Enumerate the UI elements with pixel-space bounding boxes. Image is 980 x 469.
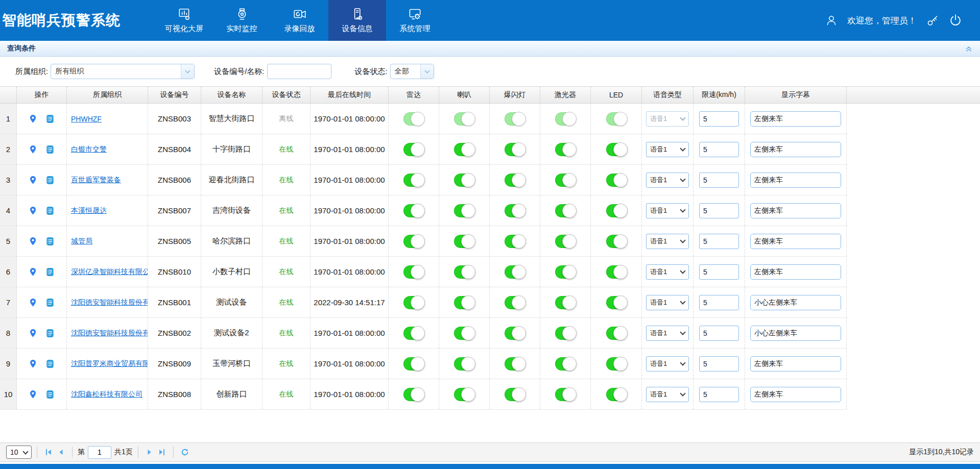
- location-pin-icon[interactable]: [28, 389, 38, 400]
- page-number-input[interactable]: [88, 446, 111, 459]
- led-toggle[interactable]: [606, 388, 627, 401]
- subtitle-input[interactable]: [750, 142, 841, 157]
- speed-limit-input[interactable]: [699, 387, 739, 402]
- org-link[interactable]: 本溪恒晟达: [71, 206, 107, 215]
- detail-list-icon[interactable]: [45, 236, 55, 247]
- laser-toggle[interactable]: [555, 112, 576, 126]
- radar-toggle[interactable]: [403, 204, 424, 217]
- subtitle-input[interactable]: [750, 234, 841, 249]
- laser-toggle[interactable]: [555, 388, 576, 401]
- strobe-toggle[interactable]: [505, 143, 525, 156]
- voice-type-select[interactable]: 语音1: [646, 203, 689, 218]
- nav-tab-playback[interactable]: 录像回放: [271, 0, 328, 41]
- location-pin-icon[interactable]: [28, 236, 38, 247]
- subtitle-input[interactable]: [750, 264, 841, 280]
- subtitle-input[interactable]: [750, 172, 841, 188]
- strobe-toggle[interactable]: [505, 388, 525, 401]
- speed-limit-input[interactable]: [699, 356, 739, 372]
- org-link[interactable]: 沈阳德安智能科技股份有: [71, 298, 148, 307]
- laser-toggle[interactable]: [555, 143, 576, 156]
- org-link[interactable]: 沈阳普罗米商业贸易有限: [71, 359, 148, 368]
- org-link[interactable]: 沈阳鑫松科技有限公司: [71, 390, 142, 399]
- detail-list-icon[interactable]: [45, 113, 55, 125]
- laser-toggle[interactable]: [555, 296, 576, 309]
- speed-limit-input[interactable]: [699, 295, 739, 310]
- org-link[interactable]: PHWHZF: [71, 115, 102, 123]
- led-toggle[interactable]: [606, 143, 627, 156]
- speed-limit-input[interactable]: [699, 111, 739, 127]
- strobe-toggle[interactable]: [505, 174, 525, 187]
- laser-toggle[interactable]: [555, 357, 576, 371]
- location-pin-icon[interactable]: [28, 144, 38, 155]
- speed-limit-input[interactable]: [699, 264, 739, 280]
- voice-type-select[interactable]: 语音1: [646, 326, 689, 341]
- location-pin-icon[interactable]: [28, 358, 38, 369]
- horn-toggle[interactable]: [454, 296, 474, 309]
- strobe-toggle[interactable]: [505, 296, 525, 309]
- voice-type-select[interactable]: 语音1: [646, 172, 689, 188]
- led-toggle[interactable]: [606, 265, 627, 279]
- detail-list-icon[interactable]: [45, 328, 55, 339]
- laser-toggle[interactable]: [555, 174, 576, 187]
- strobe-toggle[interactable]: [505, 357, 525, 371]
- laser-toggle[interactable]: [555, 235, 576, 248]
- led-toggle[interactable]: [606, 296, 627, 309]
- detail-list-icon[interactable]: [45, 175, 55, 186]
- radar-toggle[interactable]: [403, 327, 424, 340]
- radar-toggle[interactable]: [403, 112, 424, 126]
- horn-toggle[interactable]: [454, 327, 474, 340]
- subtitle-input[interactable]: [750, 387, 841, 402]
- page-size-select[interactable]: 10: [6, 446, 32, 459]
- location-pin-icon[interactable]: [28, 113, 38, 125]
- power-icon[interactable]: [948, 13, 963, 28]
- next-page-icon[interactable]: [144, 446, 156, 458]
- horn-toggle[interactable]: [454, 174, 474, 187]
- horn-toggle[interactable]: [454, 204, 474, 217]
- device-status-select[interactable]: 全部: [390, 64, 434, 79]
- strobe-toggle[interactable]: [505, 327, 525, 340]
- horn-toggle[interactable]: [454, 388, 474, 401]
- radar-toggle[interactable]: [403, 357, 424, 371]
- strobe-toggle[interactable]: [505, 112, 525, 126]
- strobe-toggle[interactable]: [505, 235, 525, 248]
- nav-tab-system[interactable]: 系统管理: [386, 0, 444, 41]
- strobe-toggle[interactable]: [505, 265, 525, 279]
- laser-toggle[interactable]: [555, 327, 576, 340]
- key-icon[interactable]: [926, 14, 939, 27]
- nav-tab-device[interactable]: 设备信息: [328, 0, 386, 41]
- org-link[interactable]: 深圳亿录智能科技有限公: [71, 267, 148, 277]
- laser-toggle[interactable]: [555, 204, 576, 217]
- speed-limit-input[interactable]: [699, 234, 739, 249]
- led-toggle[interactable]: [606, 327, 627, 340]
- led-toggle[interactable]: [606, 235, 627, 248]
- led-toggle[interactable]: [606, 112, 627, 126]
- detail-list-icon[interactable]: [45, 144, 55, 155]
- detail-list-icon[interactable]: [45, 297, 55, 308]
- led-toggle[interactable]: [606, 204, 627, 217]
- voice-type-select[interactable]: 语音1: [646, 356, 689, 372]
- detail-list-icon[interactable]: [45, 205, 55, 216]
- voice-type-select[interactable]: 语音1: [646, 142, 689, 157]
- speed-limit-input[interactable]: [699, 326, 739, 341]
- subtitle-input[interactable]: [750, 295, 841, 310]
- radar-toggle[interactable]: [403, 296, 424, 309]
- detail-list-icon[interactable]: [45, 358, 55, 369]
- detail-list-icon[interactable]: [45, 266, 55, 278]
- device-name-input[interactable]: [267, 64, 331, 79]
- location-pin-icon[interactable]: [28, 175, 38, 186]
- voice-type-select[interactable]: 语音1: [646, 295, 689, 310]
- horn-toggle[interactable]: [454, 357, 474, 371]
- radar-toggle[interactable]: [403, 235, 424, 248]
- last-page-icon[interactable]: [156, 446, 168, 458]
- voice-type-select[interactable]: 语音1: [646, 111, 689, 127]
- org-link[interactable]: 百世盾军警装备: [71, 176, 121, 185]
- voice-type-select[interactable]: 语音1: [646, 264, 689, 280]
- subtitle-input[interactable]: [750, 203, 841, 218]
- radar-toggle[interactable]: [403, 388, 424, 401]
- first-page-icon[interactable]: [42, 446, 55, 458]
- org-link[interactable]: 白银市交警: [71, 145, 107, 154]
- horn-toggle[interactable]: [454, 112, 474, 126]
- location-pin-icon[interactable]: [28, 266, 38, 278]
- speed-limit-input[interactable]: [699, 203, 739, 218]
- location-pin-icon[interactable]: [28, 328, 38, 339]
